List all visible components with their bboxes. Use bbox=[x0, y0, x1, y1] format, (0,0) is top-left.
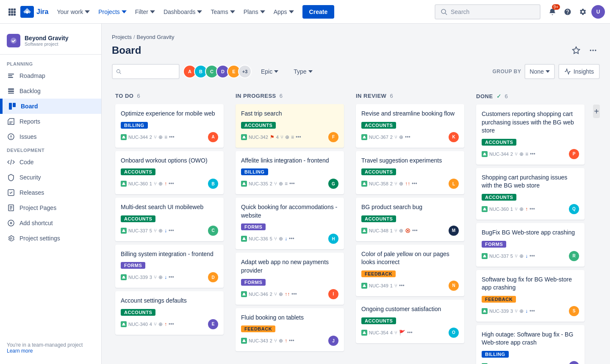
card-label: BILLING bbox=[241, 168, 268, 175]
card-title: Travel suggestion experiments bbox=[361, 157, 459, 165]
sidebar-item-issues[interactable]: Issues bbox=[0, 129, 101, 144]
nav-plans[interactable]: Plans bbox=[240, 5, 269, 19]
settings-button[interactable] bbox=[576, 5, 590, 19]
card-done-1[interactable]: Customers reporting shopping cart purcha… bbox=[476, 105, 585, 165]
card-title: Revise and streamline booking flow bbox=[361, 110, 459, 118]
breadcrumb-beyond-gravity[interactable]: Beyond Gravity bbox=[137, 34, 175, 40]
insights-button[interactable]: Insights bbox=[558, 64, 600, 79]
card-nuc360-todo[interactable]: Onboard workout options (OWO) ACCOUNTS N… bbox=[115, 151, 224, 195]
card-nuc335-inprogress[interactable]: Affelite links integration - frontend BI… bbox=[236, 151, 344, 195]
card-title: Customers reporting shopping cart purcha… bbox=[482, 110, 579, 135]
column-inprogress-header: IN PROGRESS 6 bbox=[236, 91, 344, 104]
nav-projects[interactable]: Projects bbox=[95, 5, 130, 19]
avatar-more[interactable]: +3 bbox=[238, 65, 252, 78]
nav-your-work[interactable]: Your work bbox=[53, 5, 93, 19]
notifications-button[interactable]: 9+ bbox=[546, 5, 559, 19]
learn-more-link[interactable]: Learn more bbox=[7, 348, 33, 354]
create-button[interactable]: Create bbox=[302, 5, 335, 19]
card-footer: NUC-346 2 ⑂ ⊕ ↑↑ ••• I bbox=[241, 289, 338, 299]
ticket-icon bbox=[361, 283, 367, 289]
column-inreview: IN REVIEW 6 Revise and streamline bookin… bbox=[352, 88, 468, 350]
top-navigation: Jira Your work Projects Filter Dashboard… bbox=[0, 0, 610, 24]
sidebar-item-roadmap[interactable]: Roadmap bbox=[0, 68, 101, 83]
more-icon[interactable]: ••• bbox=[169, 134, 175, 140]
board-search[interactable] bbox=[112, 64, 180, 79]
help-button[interactable] bbox=[561, 5, 574, 19]
sidebar-item-backlog[interactable]: Backlog bbox=[0, 83, 101, 99]
svg-rect-19 bbox=[13, 103, 16, 107]
sidebar-item-board[interactable]: Board bbox=[0, 99, 101, 114]
card-nuc339-todo[interactable]: Billing system integration - frontend FO… bbox=[115, 245, 224, 288]
svg-rect-13 bbox=[8, 75, 12, 76]
breadcrumb-projects[interactable]: Projects bbox=[112, 34, 132, 40]
sidebar-project[interactable]: Beyond Gravity Software project bbox=[0, 30, 101, 55]
group-by-select[interactable]: None bbox=[524, 64, 555, 79]
search-bar[interactable]: Search bbox=[435, 4, 541, 19]
ticket-icon bbox=[241, 338, 247, 344]
more-options-button[interactable] bbox=[586, 44, 600, 57]
ticket-icon bbox=[121, 181, 127, 187]
code-label: Code bbox=[19, 159, 33, 165]
card-avatar: A bbox=[208, 132, 218, 142]
user-avatar[interactable]: U bbox=[591, 5, 605, 19]
sidebar-item-reports[interactable]: Reports bbox=[0, 114, 101, 129]
board-search-input[interactable] bbox=[124, 68, 175, 75]
card-avatar: T bbox=[569, 361, 579, 364]
card-title: Ongoing customer satisfaction bbox=[361, 305, 459, 314]
card-done-4[interactable]: Software bug fix for BG Web-store app cr… bbox=[476, 270, 585, 322]
security-icon bbox=[7, 173, 15, 182]
ticket-icon bbox=[121, 274, 127, 280]
card-nuc344-todo[interactable]: Optimize experience for mobile web BILLI… bbox=[115, 104, 224, 148]
nav-dashboards[interactable]: Dashboards bbox=[160, 5, 206, 19]
search-icon bbox=[441, 8, 447, 15]
sidebar-item-security[interactable]: Security bbox=[0, 170, 101, 185]
svg-rect-42 bbox=[123, 276, 125, 277]
svg-marker-33 bbox=[573, 47, 580, 54]
breadcrumb: Projects / Beyond Gravity bbox=[112, 34, 600, 40]
card-nuc336-inprogress[interactable]: Quick booking for accommodations - websi… bbox=[236, 198, 344, 249]
card-footer: NUC-360 1 ⑂ ⊕ ↑ ••• Q bbox=[482, 204, 579, 214]
card-nuc367-inreview[interactable]: Revise and streamline booking flow ACCOU… bbox=[356, 104, 464, 148]
flag-icon: ⚑ bbox=[270, 134, 274, 140]
card-nuc358-inreview[interactable]: Travel suggestion experiments ACCOUNTS N… bbox=[356, 151, 464, 195]
card-title: Optimize experience for mobile web bbox=[121, 110, 218, 118]
card-nuc337-todo[interactable]: Multi-dest search UI mobileweb ACCOUNTS … bbox=[115, 198, 224, 241]
card-nuc349-inreview[interactable]: Color of pale yellow on our pages looks … bbox=[356, 245, 464, 296]
type-chevron-icon bbox=[308, 70, 313, 73]
jira-logo[interactable]: Jira bbox=[20, 6, 48, 18]
sidebar-item-project-settings[interactable]: Project settings bbox=[0, 231, 101, 246]
releases-label: Releases bbox=[19, 189, 44, 196]
nav-teams[interactable]: Teams bbox=[207, 5, 238, 19]
card-nuc342-inprogress[interactable]: Fast trip search ACCOUNTS NUC-342 ⚑ 4 ⑂ … bbox=[236, 104, 344, 148]
svg-rect-4 bbox=[11, 11, 13, 13]
roadmap-label: Roadmap bbox=[19, 72, 45, 79]
nav-filter[interactable]: Filter bbox=[132, 5, 158, 19]
type-filter-button[interactable]: Type bbox=[288, 64, 318, 79]
sidebar-item-project-pages[interactable]: Project Pages bbox=[0, 200, 101, 215]
code-icon bbox=[7, 158, 15, 166]
card-nuc348-inreview[interactable]: BG product search bug ACCOUNTS NUC-348 1… bbox=[356, 198, 464, 241]
group-by-label: GROUP BY bbox=[492, 69, 521, 74]
card-done-3[interactable]: BugFix BG Web-store app crashing FORMS N… bbox=[476, 223, 585, 267]
sidebar-item-add-shortcut[interactable]: Add shortcut bbox=[0, 215, 101, 231]
sidebar-item-code[interactable]: Code bbox=[0, 154, 101, 170]
card-nuc346-inprogress[interactable]: Adapt web app no new payments provider F… bbox=[236, 253, 344, 304]
notification-badge: 9+ bbox=[552, 4, 560, 10]
grid-menu-icon[interactable] bbox=[5, 5, 19, 19]
card-nuc340-todo[interactable]: Account settings defaults ACCOUNTS NUC-3… bbox=[115, 291, 224, 335]
add-column-button[interactable]: + bbox=[593, 105, 600, 118]
add-shortcut-icon bbox=[7, 219, 15, 227]
sidebar-item-releases[interactable]: Releases bbox=[0, 185, 101, 200]
nav-apps[interactable]: Apps bbox=[270, 5, 297, 19]
card-nuc343-inprogress[interactable]: Fluid booking on tablets FEEDBACK NUC-34… bbox=[236, 308, 344, 352]
review-icon: ⊕ bbox=[158, 134, 163, 140]
card-label: FEEDBACK bbox=[482, 296, 516, 303]
card-nuc354-inreview[interactable]: Ongoing customer satisfaction ACCOUNTS N… bbox=[356, 300, 464, 343]
card-avatar: C bbox=[208, 226, 218, 236]
card-done-5[interactable]: High outage: Software bug fix - BG Web-s… bbox=[476, 325, 585, 364]
star-button[interactable] bbox=[569, 44, 583, 57]
svg-rect-46 bbox=[243, 237, 245, 239]
card-done-2[interactable]: Shopping cart purchasing issues with the… bbox=[476, 168, 585, 220]
card-title: Affelite links integration - frontend bbox=[241, 157, 338, 165]
epic-filter-button[interactable]: Epic bbox=[255, 64, 284, 79]
